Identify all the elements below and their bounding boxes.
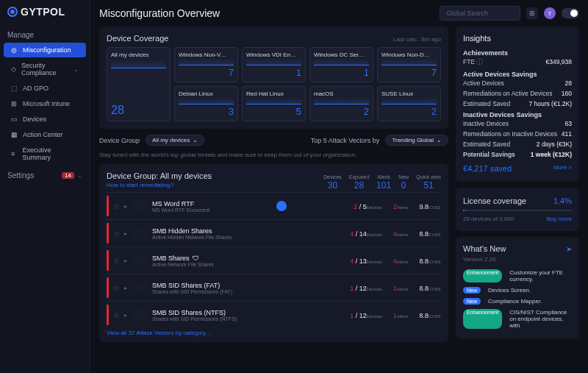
vector-name: SMB SID Shares (FAT) [152, 282, 232, 289]
vector-sub: Active Network File Shares [152, 262, 214, 267]
star-icon[interactable]: ☆ [113, 257, 120, 265]
device-group-label: Device Group [99, 137, 140, 144]
sidebar-item-microsoft-intune[interactable]: ⊞Microsoft Intune [4, 96, 86, 111]
stat-value: 0 [398, 180, 409, 191]
coverage-card-name: Debian Linux [179, 90, 234, 96]
row-cvss: 8.8 [420, 230, 429, 238]
star-icon[interactable]: ☆ [113, 230, 120, 238]
how-to-remediate-link[interactable]: How to start remediating? [107, 182, 173, 188]
row-devices: 1 / 12 [350, 312, 367, 319]
buy-more-link[interactable]: Buy more [547, 216, 572, 222]
coverage-card-value: 3 [179, 106, 234, 117]
vector-sub: MS Word RTF Document [152, 207, 209, 213]
fte-label: FTE [463, 58, 475, 65]
insights-row-value: 411 [562, 130, 572, 138]
potential-savings-value: 1 week (€12K) [531, 151, 572, 158]
insights-more-link[interactable]: More > [553, 164, 572, 173]
coverage-card-value: 7 [381, 67, 437, 78]
whats-new-item: NewCompliance Mapper. [463, 296, 572, 307]
row-devices: 2 / 5 [354, 203, 367, 210]
vector-row[interactable]: ☆▸SMB Hidden SharesActive Hidden Network… [107, 219, 441, 246]
coverage-card[interactable]: Debian Linux3 [174, 86, 238, 121]
sidebar-item-action-center[interactable]: ▦Action Center [4, 127, 86, 142]
whats-new-item: EnhancementCIS/NIST Compliance on endpoi… [463, 307, 572, 331]
severity-indicator [107, 223, 109, 244]
nav-icon: ▭ [11, 116, 18, 123]
vector-name: SMB Shares 🛡 [152, 255, 214, 262]
shield-icon: 🛡 [193, 255, 199, 262]
row-cvss: 8.8 [420, 312, 429, 319]
row-cvss: 8.8 [420, 257, 429, 265]
info-icon[interactable]: ⓘ [476, 58, 483, 65]
nav-label: Devices [23, 116, 46, 123]
theme-toggle[interactable] [562, 8, 579, 18]
coverage-card[interactable]: Windows Non-D…7 [377, 47, 441, 82]
coverage-card[interactable]: All my devices28 [107, 47, 171, 121]
vector-row[interactable]: ☆▸SMB Shares 🛡Active Network File Shares… [107, 246, 441, 274]
coverage-card[interactable]: Windows VDI En…1 [242, 47, 306, 82]
sidebar-item-devices[interactable]: ▭Devices [4, 112, 86, 127]
settings-label: Settings [7, 171, 34, 180]
expand-icon[interactable]: ▸ [124, 230, 127, 237]
global-search-input[interactable]: Global Search [440, 6, 520, 21]
sidebar: GYTPOL Manage ◎Misconfiguration◇Security… [0, 0, 90, 373]
sidebar-item-ad-gpo[interactable]: ⬚AD GPO [4, 81, 86, 96]
whats-new-text: Customize your FTE currency. [509, 269, 572, 283]
coverage-card[interactable]: Windows Non-V…7 [174, 47, 238, 82]
chevron-down-icon: ⌄ [437, 137, 442, 143]
insights-row: Estimated Saved2 days (€3K) [463, 139, 572, 149]
main-area: Misconfiguration Overview Global Search … [90, 0, 588, 373]
page-title: Misconfiguration Overview [99, 7, 220, 19]
star-icon[interactable]: ☆ [113, 311, 120, 319]
brand-text: GYTPOL [21, 6, 65, 18]
vector-row[interactable]: ☆▸MS Word RTFMS Word RTF Document2 / 5De… [107, 192, 441, 219]
sidebar-item-security-compliance[interactable]: ◇Security Compliance⌄ [4, 58, 86, 80]
user-avatar[interactable]: T [544, 7, 556, 19]
coverage-card[interactable]: Windows DC Ser…1 [309, 47, 373, 82]
top-vectors-select[interactable]: Trending Global⌄ [385, 135, 448, 146]
star-icon[interactable]: ☆ [113, 202, 120, 210]
stat-value: 28 [349, 180, 369, 191]
coverage-card-name: Windows VDI En… [246, 51, 301, 57]
stat-value: 51 [416, 180, 441, 191]
vector-row[interactable]: ☆▸SMB SID Shares (FAT)Shares with SID Pe… [107, 274, 441, 301]
vector-row[interactable]: ☆▸SMB SID Shares (NTFS)Shares with SID P… [107, 301, 441, 328]
whats-new-title: What's New [463, 244, 506, 253]
license-title: License coverage [463, 196, 526, 205]
stat-value: 101 [376, 180, 391, 191]
expand-icon[interactable]: ▸ [124, 257, 127, 264]
stat-label: Alerts [377, 174, 390, 180]
view-all-vectors-link[interactable]: View all 37 Attack Vectors by category… [107, 330, 212, 336]
coverage-card-value: 28 [111, 104, 166, 117]
coverage-card[interactable]: SUSE Linux2 [377, 86, 441, 121]
device-group-select[interactable]: All my devices⌄ [146, 135, 204, 146]
sidebar-item-executive-summary[interactable]: ≡Executive Summary [4, 143, 86, 165]
nav-label: Misconfiguration [23, 46, 71, 54]
apps-icon[interactable]: ⊞ [526, 7, 538, 19]
nav-icon: ≡ [11, 150, 18, 157]
coverage-card-value: 1 [314, 67, 369, 78]
star-icon[interactable]: ☆ [113, 284, 120, 292]
expand-icon[interactable]: ▸ [124, 285, 127, 291]
insights-row-label: Estimated Saved [463, 141, 510, 148]
whats-new-panel: What's New ➤ Version 2.20 EnhancementCus… [456, 237, 579, 338]
sparkline-icon [246, 97, 301, 104]
stat-label: Quick wins [416, 174, 441, 180]
brand-logo: GYTPOL [0, 6, 90, 25]
sidebar-settings[interactable]: Settings 14 ⌄ [0, 166, 90, 185]
coverage-card[interactable]: Red Hat Linux5 [242, 86, 306, 121]
insights-row-label: Remediations on Active Devices [463, 90, 552, 97]
insights-row-value: 2 days (€3K) [537, 141, 572, 148]
compass-icon[interactable] [276, 201, 287, 211]
version-label: Version 2.20 [463, 256, 572, 263]
sidebar-item-misconfiguration[interactable]: ◎Misconfiguration [4, 43, 86, 57]
sparkline-icon [314, 97, 369, 104]
attack-vectors-panel: Device Group: All my devices How to star… [99, 164, 448, 342]
expand-icon[interactable]: ▸ [124, 203, 127, 210]
nav-icon: ⊞ [11, 100, 18, 107]
coverage-card[interactable]: macOS2 [309, 86, 373, 121]
nav-icon: ◎ [11, 46, 18, 54]
expand-icon[interactable]: ▸ [124, 312, 127, 319]
coverage-card-name: macOS [314, 90, 369, 96]
stat-label: Exposed [349, 174, 369, 180]
